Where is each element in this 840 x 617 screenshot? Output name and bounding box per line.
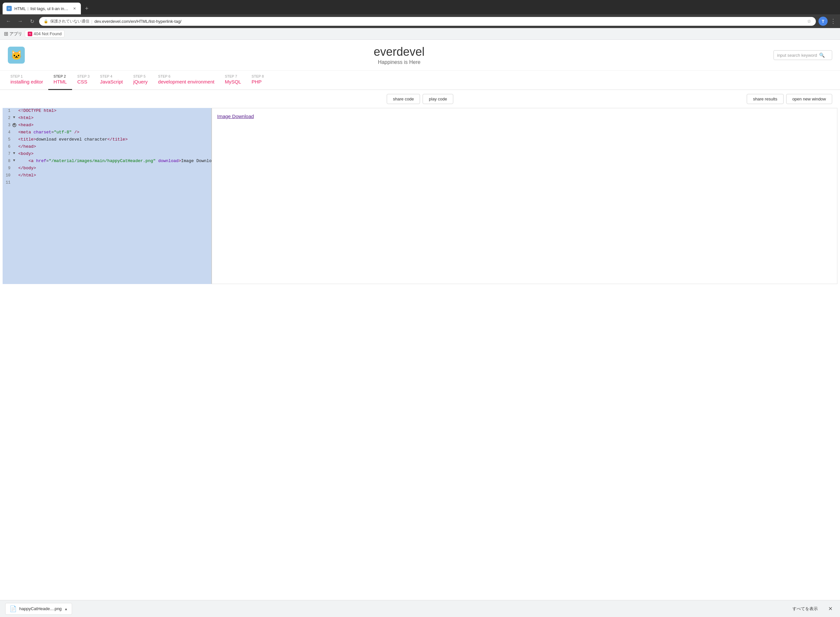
- code-line-9: 9 </body>: [3, 165, 211, 173]
- step-name-5: jQuery: [133, 79, 148, 84]
- step-number-7: STEP 7: [225, 74, 241, 78]
- line-num-10: 10: [3, 173, 13, 178]
- line-content-7: <body>: [18, 151, 211, 156]
- line-content-4: <meta charset="utf-8" />: [18, 130, 211, 135]
- line-num-2: 2: [3, 115, 13, 120]
- step-number-2: STEP 2: [53, 74, 67, 78]
- share-code-button[interactable]: share code: [387, 94, 420, 104]
- line-content-6: </head>: [18, 144, 211, 149]
- step-item-4[interactable]: STEP 4 JavaScript: [95, 71, 128, 90]
- browser-menu-button[interactable]: ⋮: [830, 18, 836, 25]
- result-pane: Image Download: [211, 108, 837, 284]
- step-item-1[interactable]: STEP 1 installing editor: [5, 71, 48, 90]
- line-toggle-7[interactable]: ▼: [13, 151, 18, 155]
- step-name-4: JavaScript: [100, 79, 123, 84]
- line-num-11: 11: [3, 180, 13, 185]
- toolbar-left: share code play code: [387, 94, 453, 104]
- step-number-4: STEP 4: [100, 74, 123, 78]
- share-results-button[interactable]: share results: [747, 94, 783, 104]
- site-subtitle: Happiness is Here: [25, 59, 774, 65]
- step-name-7: MySQL: [225, 79, 241, 84]
- line-content-5: <title>download everdevel character</tit…: [18, 137, 211, 142]
- code-editor[interactable]: 1 <!DOCTYPE html> 2 ▼ <html> 3 ▼ <head> …: [3, 108, 211, 284]
- profile-button[interactable]: T: [818, 17, 828, 26]
- editor-section: 1 <!DOCTYPE html> 2 ▼ <html> 3 ▼ <head> …: [3, 108, 837, 284]
- gear-icon[interactable]: ⚙: [12, 122, 17, 129]
- site-title: everdevel: [25, 45, 774, 59]
- step-item-3[interactable]: STEP 3 CSS: [72, 71, 95, 90]
- bookmark-star-icon[interactable]: ☆: [807, 19, 811, 24]
- address-bar: ← → ↻ 🔒 保護されていない通信 | dev.everdevel.com/e…: [0, 14, 840, 28]
- bookmark-favicon: N: [28, 32, 32, 36]
- play-code-button[interactable]: play code: [422, 94, 453, 104]
- url-separator: |: [91, 19, 92, 24]
- bookmarks-bar: ⊞ アプリ N 404 Not Found: [0, 28, 840, 40]
- url-bar[interactable]: 🔒 保護されていない通信 | dev.everdevel.com/en/HTML…: [39, 17, 816, 26]
- step-number-3: STEP 3: [77, 74, 90, 78]
- back-button[interactable]: ←: [4, 17, 13, 26]
- site-header: 🐱 ⚙ everdevel Happiness is Here input se…: [0, 40, 840, 71]
- apps-bookmark[interactable]: ⊞ アプリ: [4, 31, 22, 37]
- line-content-10: </html>: [18, 173, 211, 178]
- line-num-7: 7: [3, 151, 13, 156]
- result-download-link[interactable]: Image Download: [217, 114, 254, 119]
- line-num-6: 6: [3, 144, 13, 149]
- line-content-2: <html>: [18, 115, 211, 120]
- line-num-5: 5: [3, 137, 13, 142]
- refresh-button[interactable]: ↻: [27, 17, 37, 26]
- step-name-3: CSS: [77, 79, 87, 84]
- step-name-2: HTML: [53, 79, 67, 84]
- apps-grid-icon: ⊞: [4, 31, 8, 37]
- not-found-label: 404 Not Found: [34, 31, 62, 36]
- code-line-3: 3 ▼ <head>: [3, 122, 211, 130]
- line-num-1: 1: [3, 108, 13, 113]
- active-tab[interactable]: H HTML :: list tags, ul li-an introdu...…: [3, 3, 81, 14]
- open-new-window-button[interactable]: open new window: [786, 94, 832, 104]
- not-found-bookmark[interactable]: N 404 Not Found: [25, 30, 65, 37]
- step-number-8: STEP 8: [251, 74, 264, 78]
- step-item-7[interactable]: STEP 7 MySQL: [220, 71, 246, 90]
- line-content-3: <head>: [18, 123, 211, 127]
- steps-nav: STEP 1 installing editor STEP 2 HTML STE…: [0, 71, 840, 90]
- line-num-9: 9: [3, 166, 13, 171]
- tab-favicon: H: [6, 6, 12, 11]
- line-content-8: <a href="/material/images/main/happyCatH…: [18, 158, 211, 163]
- tab-close-button[interactable]: ✕: [72, 6, 77, 11]
- line-num-8: 8: [3, 158, 13, 163]
- line-toggle-2[interactable]: ▼: [13, 115, 18, 120]
- code-line-4: 4 <meta charset="utf-8" />: [3, 130, 211, 137]
- code-line-11: 11: [3, 180, 211, 187]
- code-line-10: 10 </html>: [3, 173, 211, 180]
- logo-cat[interactable]: 🐱: [8, 47, 25, 63]
- step-item-2[interactable]: STEP 2 HTML: [48, 71, 72, 90]
- security-icon: 🔒: [44, 19, 48, 24]
- code-line-1: 1 <!DOCTYPE html>: [3, 108, 211, 115]
- security-label: 保護されていない通信: [50, 19, 89, 24]
- forward-button[interactable]: →: [16, 17, 25, 26]
- step-item-5[interactable]: STEP 5 jQuery: [128, 71, 153, 90]
- code-line-2: 2 ▼ <html>: [3, 115, 211, 122]
- search-placeholder: input search keyword: [777, 53, 817, 58]
- step-name-6: development environment: [158, 79, 214, 84]
- line-content-1: <!DOCTYPE html>: [18, 108, 211, 113]
- line-content-9: </body>: [18, 166, 211, 171]
- url-text: dev.everdevel.com/en/HTML/list-hyperlink…: [94, 19, 805, 24]
- step-item-6[interactable]: STEP 6 development environment: [153, 71, 220, 90]
- step-number-1: STEP 1: [10, 74, 43, 78]
- step-name-8: PHP: [251, 79, 261, 84]
- page-content: 🐱 ⚙ everdevel Happiness is Here input se…: [0, 40, 840, 307]
- code-line-6: 6 </head>: [3, 144, 211, 151]
- search-box[interactable]: input search keyword 🔍: [774, 50, 832, 60]
- new-tab-button[interactable]: +: [82, 4, 91, 13]
- step-name-1: installing editor: [10, 79, 43, 84]
- apps-label: アプリ: [9, 31, 22, 37]
- logo-area: 🐱 ⚙: [8, 47, 25, 63]
- step-number-6: STEP 6: [158, 74, 214, 78]
- line-toggle-8[interactable]: ▼: [13, 158, 18, 162]
- step-item-8[interactable]: STEP 8 PHP: [246, 71, 269, 90]
- step-number-5: STEP 5: [133, 74, 148, 78]
- search-icon: 🔍: [819, 53, 825, 58]
- search-area: input search keyword 🔍: [774, 50, 832, 60]
- toolbar-right: share results open new window: [747, 94, 832, 104]
- tab-title: HTML :: list tags, ul li-an introdu...: [14, 6, 69, 11]
